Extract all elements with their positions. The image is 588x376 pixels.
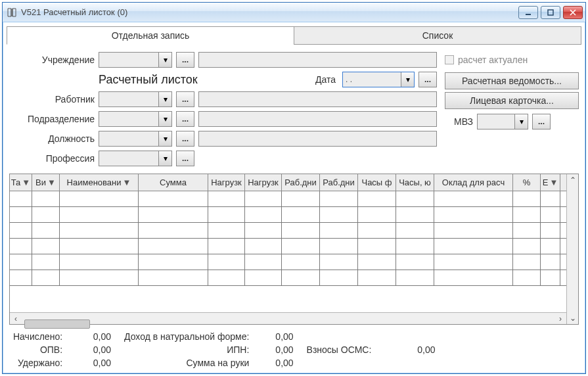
close-button[interactable] (563, 6, 583, 19)
filter-icon[interactable]: ▼ (123, 177, 131, 187)
tab-bar: Отдельная запись Список (7, 26, 581, 45)
data-grid: Та▼ Ви▼ Наименовани▼ Сумма Нагрузк Нагру… (9, 174, 579, 325)
profession-lookup-button[interactable]: ... (176, 151, 194, 166)
total-net-label: Сумма на руки (124, 358, 249, 368)
col-header[interactable]: % (513, 174, 541, 191)
institution-combo[interactable]: ▾ (99, 52, 172, 68)
content-area: Учреждение ▾ ... Расчетный листок Дата .… (3, 45, 585, 373)
filter-icon[interactable]: ▼ (47, 177, 56, 187)
checkbox-actual[interactable]: расчет актуален (445, 50, 579, 70)
checkbox-box-icon (445, 55, 454, 64)
col-header[interactable]: Нагрузк (208, 174, 245, 191)
date-lookup-button[interactable]: ... (418, 72, 437, 87)
position-combo[interactable]: ▾ (99, 131, 172, 147)
maximize-button[interactable] (541, 6, 560, 19)
table-row[interactable] (10, 254, 566, 270)
institution-lookup-button[interactable]: ... (176, 52, 194, 68)
col-header[interactable]: Сумма (139, 174, 208, 191)
col-header[interactable]: Е▼ (541, 174, 560, 191)
vertical-scrollbar[interactable]: ⌃ ⌄ (566, 174, 578, 324)
scroll-left-icon[interactable]: ‹ (10, 314, 22, 323)
totals-col-1: Начислено: 0,00 ОПВ: 0,00 Удержано: 0,00 (13, 331, 111, 368)
minimize-button[interactable] (518, 6, 538, 19)
position-lookup-button[interactable]: ... (176, 131, 194, 147)
chevron-down-icon[interactable]: ▾ (158, 131, 171, 146)
tab-individual[interactable]: Отдельная запись (7, 26, 294, 45)
filter-icon[interactable]: ▼ (549, 177, 558, 187)
payroll-register-button[interactable]: Расчетная ведомость... (445, 72, 579, 89)
horizontal-scrollbar[interactable]: ‹ › (10, 312, 566, 324)
titlebar: V521 Расчетный листок (0) (3, 3, 585, 22)
totals-area: Начислено: 0,00 ОПВ: 0,00 Удержано: 0,00… (9, 331, 579, 371)
table-row[interactable] (10, 239, 566, 254)
chevron-down-icon[interactable]: ▾ (158, 112, 171, 126)
employee-combo[interactable]: ▾ (99, 91, 172, 107)
total-inkind-label: Доход в натуральной форме: (124, 331, 249, 342)
chevron-down-icon[interactable]: ▾ (158, 53, 171, 67)
totals-col-3: Взносы ОСМС: 0,00 (307, 344, 436, 355)
filter-icon[interactable]: ▼ (22, 177, 30, 187)
chevron-down-icon[interactable]: ▾ (158, 151, 171, 166)
col-header[interactable]: Та▼ (10, 174, 32, 191)
department-combo[interactable]: ▾ (99, 111, 172, 127)
window-title: V521 Расчетный листок (0) (21, 7, 514, 17)
row-department: Подразделение ▾ ... (9, 109, 437, 129)
total-ipn-value: 0,00 (275, 344, 293, 355)
grid-body[interactable] (10, 191, 566, 312)
employee-lookup-button[interactable]: ... (176, 91, 194, 107)
label-mvz: МВЗ (454, 116, 473, 127)
label-department: Подразделение (9, 114, 95, 124)
svg-rect-0 (526, 14, 531, 15)
svg-rect-1 (548, 10, 553, 15)
row-profession: Профессия ▾ ... (9, 149, 437, 168)
total-withheld-label: Удержано: (13, 358, 62, 368)
table-row[interactable] (10, 191, 566, 207)
table-row[interactable] (10, 207, 566, 223)
row-heading: Расчетный листок Дата . . ▾ ... (9, 70, 437, 89)
department-lookup-button[interactable]: ... (176, 111, 194, 127)
col-header[interactable]: Ви▼ (32, 174, 60, 191)
total-withheld-value: 0,00 (82, 358, 111, 368)
label-institution: Учреждение (9, 55, 95, 65)
total-accrued-label: Начислено: (13, 331, 62, 342)
personal-card-button[interactable]: Лицевая карточка... (445, 92, 579, 109)
total-ipn-label: ИПН: (124, 344, 249, 355)
tab-list[interactable]: Список (294, 26, 581, 45)
form-left: Учреждение ▾ ... Расчетный листок Дата .… (9, 50, 437, 168)
col-header[interactable]: Раб.дни (282, 174, 320, 191)
total-osms-label: Взносы ОСМС: (307, 344, 372, 355)
col-header[interactable]: Часы ф (358, 174, 396, 191)
row-institution: Учреждение ▾ ... (9, 50, 437, 70)
total-inkind-value: 0,00 (275, 331, 293, 342)
totals-col-2: Доход в натуральной форме: 0,00 ИПН: 0,0… (124, 331, 294, 368)
col-header[interactable]: Наименовани▼ (60, 174, 139, 191)
chevron-down-icon[interactable]: ▾ (158, 92, 171, 106)
profession-combo[interactable]: ▾ (99, 151, 172, 166)
scroll-thumb[interactable] (24, 319, 90, 329)
table-row[interactable] (10, 223, 566, 239)
scroll-down-icon[interactable]: ⌄ (570, 312, 576, 324)
table-row[interactable] (10, 270, 566, 286)
grid-header: Та▼ Ви▼ Наименовани▼ Сумма Нагрузк Нагру… (10, 174, 566, 191)
chevron-down-icon[interactable]: ▾ (514, 114, 528, 129)
total-net-value: 0,00 (275, 358, 293, 368)
section-heading: Расчетный листок (99, 73, 311, 87)
col-header[interactable]: Часы, ю (396, 174, 434, 191)
checkbox-label: расчет актуален (458, 55, 528, 65)
scroll-right-icon[interactable]: › (554, 314, 566, 323)
col-header[interactable]: Раб.дни (320, 174, 358, 191)
form-right: расчет актуален Расчетная ведомость... Л… (445, 50, 579, 168)
scroll-up-icon[interactable]: ⌃ (570, 174, 576, 186)
label-date: Дата (315, 74, 336, 85)
mvz-lookup-button[interactable]: ... (532, 114, 551, 129)
form-area: Учреждение ▾ ... Расчетный листок Дата .… (9, 50, 579, 168)
chevron-down-icon[interactable]: ▾ (401, 72, 414, 87)
window-buttons (518, 6, 583, 19)
col-header[interactable]: Нагрузк (245, 174, 282, 191)
total-opv-value: 0,00 (82, 344, 111, 355)
date-field[interactable]: . . ▾ (342, 72, 415, 87)
app-window: V521 Расчетный листок (0) Отдельная запи… (2, 2, 586, 374)
mvz-combo[interactable]: ▾ (477, 114, 528, 129)
col-header[interactable]: Оклад для расч (434, 174, 513, 191)
employee-display (198, 91, 437, 107)
